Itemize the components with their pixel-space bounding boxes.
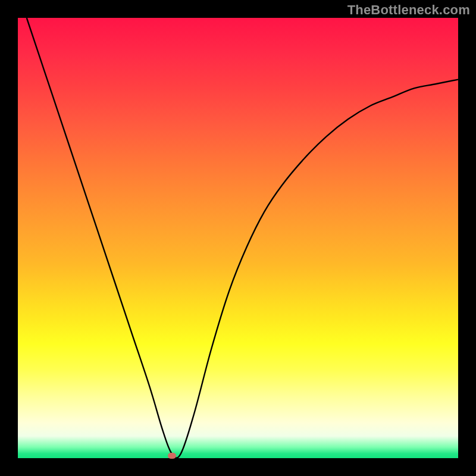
curve-path <box>27 18 458 458</box>
plot-area <box>18 18 458 458</box>
watermark-text: TheBottleneck.com <box>347 2 470 18</box>
bottleneck-curve <box>18 18 458 458</box>
chart-frame: TheBottleneck.com <box>0 0 476 476</box>
optimum-marker <box>168 453 176 459</box>
